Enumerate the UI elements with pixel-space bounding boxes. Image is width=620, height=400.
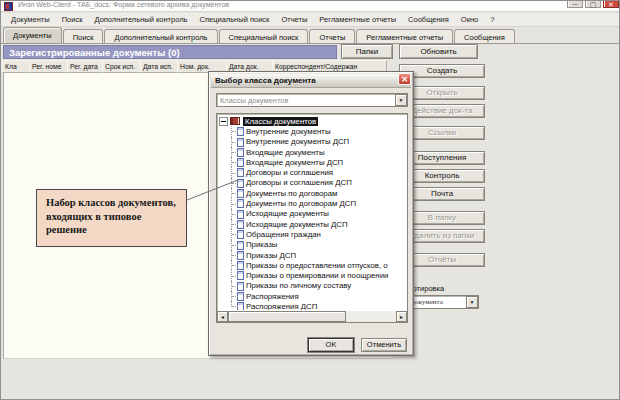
tree-item[interactable]: Договоры и соглашения: [224, 167, 405, 177]
document-icon: [237, 127, 244, 136]
menu-item[interactable]: Регламентные отчеты: [313, 15, 402, 24]
tab[interactable]: Отчеты: [309, 29, 355, 43]
tree-item[interactable]: Документы по договорам ДСП: [224, 198, 405, 208]
menu-item[interactable]: Поиск: [56, 15, 89, 24]
ok-button[interactable]: OK: [308, 338, 354, 352]
tab[interactable]: Регламентные отчеты: [356, 29, 453, 43]
menu-item[interactable]: Дополнительный контроль: [88, 15, 193, 24]
menu-item[interactable]: Специальный поиск: [194, 15, 276, 24]
tree-root[interactable]: Классы документов: [219, 116, 405, 126]
class-tree-list: Классы документов Внутренние документы В…: [219, 116, 405, 310]
document-icon: [237, 282, 244, 291]
collapse-icon[interactable]: [219, 117, 228, 126]
document-icon: [237, 292, 244, 301]
chevron-down-icon[interactable]: ▼: [466, 296, 478, 308]
column-header[interactable]: Дата исп.: [140, 60, 178, 73]
horizontal-scrollbar[interactable]: ◄ ►: [217, 311, 407, 322]
tree-item[interactable]: Приказы по личному составу: [224, 281, 405, 291]
dialog-title: Выбор класса документа: [211, 74, 411, 88]
column-header[interactable]: Кла: [2, 60, 30, 73]
tree-item[interactable]: Приказы о предоставлении отпусков, о: [224, 260, 405, 270]
dialog-close-icon[interactable]: ✕: [398, 73, 411, 85]
refresh-button[interactable]: Обновить: [399, 44, 478, 59]
tab[interactable]: Специальный поиск: [219, 29, 309, 43]
tree-item[interactable]: Входящие документы ДСП: [224, 157, 405, 167]
tree-root-label[interactable]: Классы документов: [243, 117, 318, 126]
cancel-button[interactable]: Отменить: [361, 338, 407, 352]
scrollbar-thumb[interactable]: [228, 311, 346, 322]
document-icon: [237, 302, 244, 310]
tree-item[interactable]: Договоры и соглашения ДСП: [224, 178, 405, 188]
minimize-icon[interactable]: ─: [567, 1, 583, 8]
document-icon: [237, 241, 244, 250]
tree-item[interactable]: Распоряжения: [224, 291, 405, 301]
document-icon: [237, 230, 244, 239]
tree-item-label: Распоряжения: [246, 292, 299, 301]
tree-item-label: Документы по договорам ДСП: [246, 199, 356, 208]
document-icon: [237, 261, 244, 270]
title-bar: Инэл Web-Client - ТАБ_docs: Форма сетево…: [1, 1, 620, 12]
document-icon: [237, 251, 244, 260]
menu-item[interactable]: ?: [484, 15, 500, 24]
app-window: Инэл Web-Client - ТАБ_docs: Форма сетево…: [0, 0, 620, 400]
close-icon[interactable]: ✕: [603, 1, 619, 8]
tree-children: Внутренние документы Внутренние документ…: [224, 126, 405, 310]
document-icon: [237, 158, 244, 167]
tree-item-label: Входящие документы ДСП: [246, 158, 343, 167]
sort-label: Сортировка: [403, 284, 485, 293]
tree-item-label: Приказы ДСП: [246, 251, 296, 260]
column-header[interactable]: Рег. дата: [67, 60, 103, 73]
book-icon: [230, 117, 240, 125]
tab[interactable]: Сообщения: [454, 29, 515, 43]
tab[interactable]: Документы: [3, 27, 62, 43]
tree-item[interactable]: Приказы о премировании и поощрении: [224, 270, 405, 280]
window-controls: ─ ▢ ✕: [567, 1, 619, 8]
tree-item[interactable]: Приказы: [224, 240, 405, 250]
menu-item[interactable]: Отчеты: [275, 15, 313, 24]
tab-bar: Документы Поиск Дополнительный контроль …: [1, 27, 620, 44]
class-select-dialog: Выбор класса документа ✕ Классы документ…: [208, 71, 414, 356]
tree-item[interactable]: Внутренние документы ДСП: [224, 137, 405, 147]
document-icon: [237, 271, 244, 280]
tree-item-label: Документы по договорам: [246, 189, 337, 198]
annotation-note: Набор классов документов, входящих в тип…: [36, 189, 187, 247]
document-icon: [237, 138, 244, 147]
tree-item[interactable]: Распоряжения ДСП: [224, 301, 405, 310]
menu-item[interactable]: Окно: [455, 15, 484, 24]
app-icon: [4, 2, 13, 11]
folders-button[interactable]: Папки: [341, 44, 393, 59]
class-tree: Классы документов Внутренние документы В…: [216, 113, 408, 323]
tree-item[interactable]: Входящие документы: [224, 147, 405, 157]
chevron-down-icon[interactable]: ▼: [395, 94, 407, 106]
menu-item[interactable]: Документы: [5, 15, 56, 24]
tree-item-label: Обращения граждан: [246, 230, 321, 239]
tree-item-label: Приказы о премировании и поощрении: [246, 271, 388, 280]
column-header[interactable]: Рег. номе: [29, 60, 68, 73]
scroll-right-icon[interactable]: ►: [396, 311, 407, 322]
tree-item[interactable]: Документы по договорам: [224, 188, 405, 198]
tree-item[interactable]: Исходящие документы: [224, 209, 405, 219]
document-icon: [237, 199, 244, 208]
menu-bar: Документы Поиск Дополнительный контроль …: [1, 13, 620, 27]
tree-item-label: Приказы о предоставлении отпусков, о: [246, 261, 388, 270]
tree-item-label: Договоры и соглашения ДСП: [246, 178, 352, 187]
class-combo[interactable]: Классы документов ▼: [216, 93, 408, 107]
tab[interactable]: Дополнительный контроль: [104, 29, 217, 43]
document-icon: [237, 168, 244, 177]
maximize-icon[interactable]: ▢: [585, 1, 601, 8]
tree-item[interactable]: Исходящие документы ДСП: [224, 219, 405, 229]
document-icon: [237, 220, 244, 229]
tree-item-label: Исходящие документы: [246, 209, 329, 218]
window-title: Инэл Web-Client - ТАБ_docs: Форма сетево…: [18, 1, 229, 8]
tree-item-label: Внутренние документы ДСП: [246, 137, 349, 146]
tree-item[interactable]: Внутренние документы: [224, 126, 405, 136]
scroll-left-icon[interactable]: ◄: [217, 311, 228, 322]
tree-item-label: Приказы по личному составу: [246, 281, 351, 290]
page-title: Зарегистрированные документы (0): [3, 45, 337, 59]
tree-item[interactable]: Обращения граждан: [224, 229, 405, 239]
tree-item[interactable]: Приказы ДСП: [224, 250, 405, 260]
column-header[interactable]: Срок исп.: [102, 60, 141, 73]
document-icon: [237, 148, 244, 157]
tab[interactable]: Поиск: [63, 29, 104, 43]
menu-item[interactable]: Сообщения: [402, 15, 455, 24]
